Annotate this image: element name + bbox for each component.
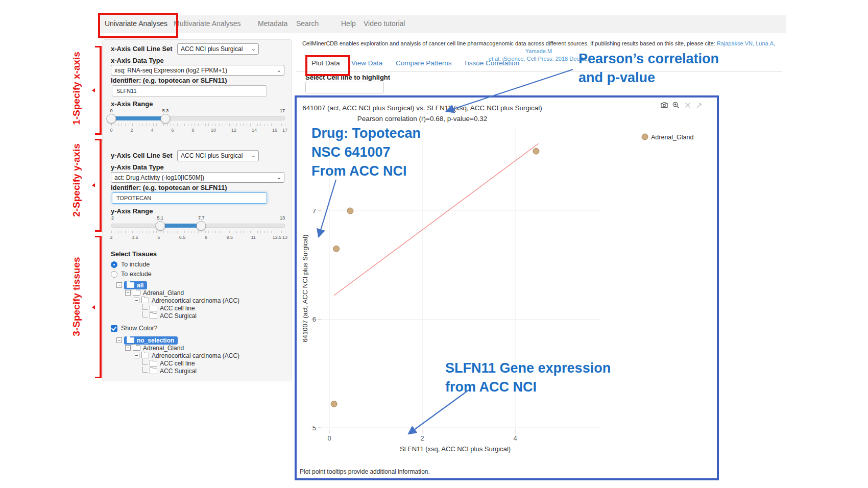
y-data-type-select[interactable]: act: Drug Activity (-log10[IC50M])⌄ — [111, 172, 284, 183]
select-tissues-label: Select Tissues — [111, 250, 157, 258]
y-tick-label: 7 — [312, 207, 316, 215]
folder-icon — [150, 361, 157, 367]
nav-item-metadata[interactable]: Metadata — [258, 19, 287, 28]
chevron-down-icon: ⌄ — [251, 45, 256, 52]
y-axis-title: 641007 (act, ACC NCI plus Surgical) — [301, 235, 309, 343]
chevron-down-icon: ⌄ — [277, 174, 281, 181]
nav-item-multivariate-analyses[interactable]: Multivariate Analyses — [174, 19, 241, 28]
tree-connector — [142, 367, 148, 373]
collapse-icon[interactable] — [116, 337, 122, 343]
x-cell-line-set-label: x-Axis Cell Line Set — [111, 45, 173, 53]
legend-marker[interactable] — [642, 134, 648, 140]
highlight-input[interactable] — [305, 82, 384, 93]
y-tick-label: 5 — [312, 424, 316, 432]
data-point[interactable] — [331, 401, 337, 407]
slfn11-annotation: SLFN11 Gene expressionfrom ACC NCI — [445, 359, 611, 397]
collapse-icon[interactable] — [116, 282, 122, 288]
folder-icon — [133, 290, 140, 296]
x-tick-label: 2 — [420, 434, 424, 442]
nav-item-video-tutorial[interactable]: Video tutorial — [364, 19, 405, 28]
folder-icon — [150, 369, 157, 374]
x-range-slider-fill — [111, 116, 165, 120]
tree-connector — [142, 304, 148, 310]
top-navbar: Univariate AnalysesMultivariate Analyses… — [100, 15, 786, 33]
pearson-annotation: Pearson’s correlationand p-value — [578, 50, 719, 87]
x-range-label: x-Axis Range — [111, 100, 153, 108]
drug-annotation: Drug: TopotecanNSC 641007From ACC NCI — [311, 124, 421, 181]
data-point[interactable] — [333, 246, 340, 252]
tree-node-root[interactable]: no_selection — [116, 336, 178, 344]
tab-compare-patterns[interactable]: Compare Patterns — [396, 59, 452, 67]
nav-item-help[interactable]: Help — [341, 19, 356, 28]
tree-node[interactable]: ACC Surgical — [142, 368, 197, 375]
step3-bracket — [95, 236, 102, 378]
legend-label[interactable]: Adrenal_Gland — [651, 134, 693, 141]
folder-icon — [150, 313, 157, 319]
tab-view-data[interactable]: View Data — [351, 59, 382, 67]
collapse-icon[interactable] — [125, 345, 131, 351]
y-identifier-label: Identifier: (e.g. topotecan or SLFN11) — [111, 184, 227, 191]
collapse-icon[interactable] — [125, 290, 131, 296]
x-range-slider-handle-to[interactable] — [161, 114, 171, 124]
to-include-radio[interactable] — [111, 261, 117, 268]
x-range-slider[interactable]: 05.317024681012141617 — [111, 108, 285, 137]
step2-label: 2-Specify y-axis — [71, 142, 82, 218]
x-tick-label: 4 — [513, 434, 517, 442]
y-range-slider-handle-from[interactable] — [155, 221, 165, 231]
step1-label: 1-Specify x-axis — [71, 50, 82, 127]
data-point[interactable] — [533, 148, 539, 154]
nav-item-univariate-analyses[interactable]: Univariate Analyses — [105, 19, 167, 28]
x-data-type-select[interactable]: xsq: RNA-seq Expression (log2 FPKM+1)⌄ — [111, 65, 284, 76]
highlight-label: Select Cell line to highlight — [305, 74, 390, 81]
x-axis-title: SLFN11 (xsq, ACC NCI plus Surgical) — [400, 445, 511, 453]
y-identifier-input[interactable]: TOPOTECAN — [112, 192, 267, 204]
data-point[interactable] — [347, 208, 353, 214]
tree-node[interactable]: ACC Surgical — [142, 312, 197, 320]
tab-plot-data[interactable]: Plot Data — [311, 59, 340, 67]
collapse-icon[interactable] — [134, 298, 139, 303]
chevron-down-icon: ⌄ — [251, 152, 256, 159]
tree-node[interactable]: Adrenal_Gland — [125, 344, 184, 352]
tree-node[interactable]: Adrenocortical carcinoma (ACC) — [134, 352, 239, 359]
folder-icon — [141, 298, 149, 303]
x-identifier-label: Identifier: (e.g. topotecan or SLFN11) — [111, 77, 227, 84]
tab-tissue-correlation[interactable]: Tissue Correlation — [464, 59, 519, 67]
show-color-label[interactable]: Show Color? — [121, 325, 158, 332]
cellminercdb-page: Univariate AnalysesMultivariate Analyses… — [0, 0, 868, 488]
to-exclude-radio[interactable] — [111, 271, 117, 278]
y-range-label: y-Axis Range — [111, 207, 153, 215]
y-data-type-label: y-Axis Data Type — [111, 163, 164, 171]
collapse-icon[interactable] — [134, 353, 139, 358]
x-data-type-label: x-Axis Data Type — [111, 57, 164, 64]
x-identifier-input[interactable]: SLFN11 — [112, 85, 267, 96]
nav-item-search[interactable]: Search — [296, 19, 319, 28]
y-cell-line-set-label: y-Axis Cell Line Set — [111, 152, 173, 159]
tree-node-root[interactable]: all — [116, 281, 147, 289]
y-cell-line-set-select[interactable]: ACC NCI plus Surgical⌄ — [177, 150, 259, 161]
step2-bracket — [95, 139, 102, 232]
tree-node[interactable]: Adrenocortical carcinoma (ACC) — [134, 297, 239, 304]
y-tick-label: 6 — [312, 315, 316, 323]
folder-icon — [127, 337, 134, 343]
show-color-checkbox[interactable] — [111, 325, 117, 332]
plot-footnote: Plot point tooltips provide additional i… — [300, 468, 430, 475]
tree-connector — [142, 311, 148, 318]
chevron-down-icon: ⌄ — [277, 67, 281, 74]
y-range-slider[interactable]: 25.17.71323.556.589.51112.513 — [111, 215, 285, 244]
tree-node[interactable]: Adrenal_Gland — [125, 289, 184, 297]
y-range-slider-handle-to[interactable] — [197, 221, 206, 231]
step3-label: 3-Specify tissues — [71, 256, 82, 337]
to-include-label[interactable]: To include — [121, 261, 150, 268]
x-range-slider-handle-from[interactable] — [107, 114, 116, 124]
y-range-slider-fill — [160, 224, 201, 228]
x-tick-label: 0 — [327, 434, 331, 442]
tree-connector — [142, 359, 148, 365]
folder-icon — [141, 353, 149, 358]
folder-icon — [133, 345, 140, 351]
step1-bracket — [95, 46, 102, 135]
tree-node[interactable]: ACC cell line — [142, 360, 195, 368]
tree-node[interactable]: ACC cell line — [142, 305, 195, 312]
x-cell-line-set-select[interactable]: ACC NCI plus Surgical⌄ — [177, 43, 259, 55]
folder-icon — [150, 306, 157, 311]
to-exclude-label[interactable]: To exclude — [121, 271, 152, 278]
